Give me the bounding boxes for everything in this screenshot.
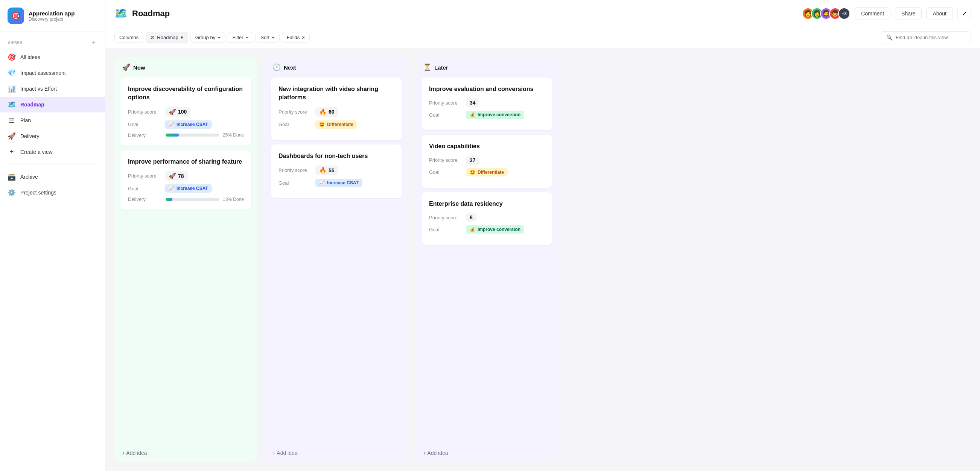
add-idea-next[interactable]: + Add idea [265,444,408,462]
share-button[interactable]: Share [895,7,922,20]
sidebar-item-impact-vs-effort[interactable]: 📊 Impact vs Effort [0,81,105,97]
sidebar-item-label: Impact vs Effort [20,86,57,92]
impact-vs-effort-icon: 📊 [8,85,16,93]
expand-button[interactable]: ⤢ [958,7,971,20]
add-idea-label: + Add idea [423,450,448,456]
roadmap-dropdown-icon: ⊙ [151,35,155,40]
sidebar-item-impact-assessment[interactable]: 💎 Impact assessment [0,65,105,81]
priority-label: Priority score [128,173,162,179]
search-box[interactable]: 🔍 [881,31,971,44]
search-icon: 🔍 [886,35,892,41]
sidebar-item-project-settings[interactable]: ⚙️ Project settings [0,185,105,200]
goal-badge: 💰 Improve conversion [466,111,524,119]
goal-badge: 💰 Improve conversion [466,225,524,234]
now-label: Now [133,64,145,71]
score-badge: 🔥 60 [315,107,338,117]
sidebar-item-label: All ideas [20,54,40,60]
priority-label: Priority score [278,109,312,115]
sidebar-item-label: Delivery [20,133,40,139]
add-view-button[interactable]: + [90,39,97,46]
sidebar-item-label: Archive [20,174,38,180]
search-input[interactable] [896,35,965,40]
add-idea-later[interactable]: + Add idea [415,444,558,462]
sidebar-item-archive[interactable]: 🗃️ Archive [0,169,105,185]
roadmap-icon: 🗺️ [8,100,16,109]
score-badge: 🚀 100 [165,107,191,117]
impact-assessment-icon: 💎 [8,69,16,77]
card-sharing[interactable]: Improve performance of sharing feature P… [121,150,251,209]
kanban-board: 🚀 Now Improve discoverability of configu… [105,48,980,471]
goal-badge: 🤩 Differentiate [315,121,357,128]
card-video-integration[interactable]: New integration with video sharing platf… [271,78,402,140]
card-dashboards[interactable]: Dashboards for non-tech users Priority s… [271,144,402,198]
sidebar-item-all-ideas[interactable]: 🎯 All ideas [0,49,105,65]
goal-value: Increase CSAT [327,180,359,186]
goal-label: Goal [429,227,463,233]
sidebar-item-delivery[interactable]: 🚀 Delivery [0,128,105,144]
goal-field: Goal 💰 Improve conversion [429,111,545,119]
column-now-header: 🚀 Now [115,57,258,78]
progress-bar [165,133,219,136]
column-later: ⏳ Later Improve evaluation and conversio… [415,57,558,462]
priority-label: Priority score [429,215,463,220]
sidebar-divider [8,164,97,164]
group-by-label: Group by [195,35,215,40]
goal-emoji: 💰 [470,112,475,117]
sidebar-item-plan[interactable]: ☰ Plan [0,113,105,128]
topbar-right: 🧑 👩 🧔 👦 +3 Comment Share About ⤢ [802,7,971,20]
sort-plus-icon: + [272,35,275,40]
goal-value: Differentiate [327,122,353,127]
score-value: 55 [329,167,334,173]
goal-badge: 📈 Increase CSAT [315,179,363,187]
progress-fill [165,133,179,136]
priority-label: Priority score [128,109,162,115]
delivery-label: Delivery [128,197,162,202]
goal-value: Increase CSAT [177,186,208,191]
sidebar: 🎯 Appreciation app Discovery project VIE… [0,0,105,471]
goal-value: Improve conversion [477,112,520,117]
card-evaluation[interactable]: Improve evaluation and conversions Prior… [422,78,552,130]
add-idea-now[interactable]: + Add idea [115,444,258,462]
about-button[interactable]: About [926,7,953,20]
goal-field: Goal 📈 Increase CSAT [128,184,244,193]
sidebar-item-roadmap[interactable]: 🗺️ Roadmap [0,97,105,113]
card-discoverability[interactable]: Improve discoverability of configuration… [121,78,251,146]
card-video-capabilities[interactable]: Video capabilities Priority score 27 Goa… [422,135,552,187]
goal-emoji: 🤩 [319,122,325,127]
priority-field: Priority score 🚀 100 [128,107,244,117]
goal-badge: 🤩 Differentiate [466,168,508,176]
sidebar-item-create-view[interactable]: + Create a view [0,144,105,160]
sidebar-nav: VIEWS + 🎯 All ideas 💎 Impact assessment … [0,32,105,471]
goal-value: Differentiate [477,170,504,175]
sidebar-item-label: Impact assessment [20,70,66,76]
add-idea-label: + Add idea [122,450,147,456]
columns-button[interactable]: Columns [115,32,143,43]
roadmap-button[interactable]: ⊙ Roadmap ▾ [146,32,188,43]
group-by-plus-icon: + [218,35,221,40]
comment-button[interactable]: Comment [855,7,891,20]
filter-button[interactable]: Filter + [228,32,253,43]
goal-field: Goal 📈 Increase CSAT [278,179,395,187]
goal-field: Goal 🤩 Differentiate [278,121,395,128]
score-value: 8 [466,213,476,222]
column-next: 🕐 Next New integration with video sharin… [265,57,408,462]
card-title: New integration with video sharing platf… [278,85,395,102]
fields-button[interactable]: Fields 3 [282,32,310,43]
add-idea-label: + Add idea [272,450,298,456]
toolbar: Columns ⊙ Roadmap ▾ Group by + Filter + … [105,27,980,48]
card-enterprise-data[interactable]: Enterprise data residency Priority score… [422,192,552,245]
filter-plus-icon: + [246,35,249,40]
app-icon: 🎯 [8,8,24,24]
goal-field: Goal 💰 Improve conversion [429,225,545,234]
all-ideas-icon: 🎯 [8,53,16,61]
goal-label: Goal [429,112,463,118]
app-subtitle: Discovery project [29,17,75,22]
priority-label: Priority score [278,167,312,173]
score-emoji: 🚀 [169,108,176,116]
priority-label: Priority score [429,157,463,163]
group-by-button[interactable]: Group by + [191,32,226,43]
goal-field: Goal 🤩 Differentiate [429,168,545,176]
progress-bar [165,198,219,201]
goal-emoji: 🤩 [470,170,475,175]
sort-button[interactable]: Sort + [256,32,279,43]
